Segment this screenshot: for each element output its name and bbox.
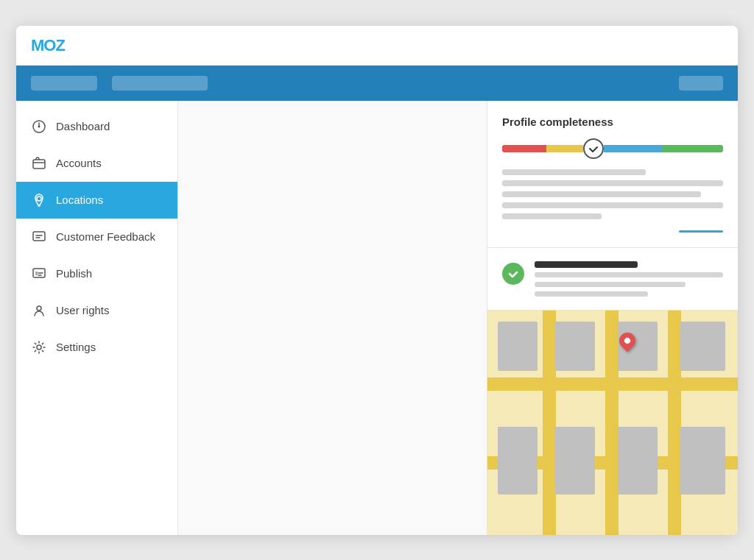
profile-text-lines [502, 169, 723, 233]
moz-logo: MOZ [31, 36, 65, 55]
right-panel: Profile completeness [487, 101, 738, 535]
accounts-label: Accounts [56, 157, 102, 169]
building-7 [618, 427, 658, 495]
sidebar-item-locations[interactable]: Locations [16, 182, 177, 219]
text-line-4 [502, 202, 723, 208]
user-rights-label: User rights [56, 304, 110, 316]
nav-item-1[interactable] [31, 76, 97, 91]
check-sub-1 [535, 272, 723, 277]
sidebar-item-accounts[interactable]: Accounts [16, 145, 177, 182]
check-text-block [535, 261, 723, 297]
svg-point-8 [37, 345, 41, 350]
check-card [487, 248, 738, 311]
accounts-icon [31, 155, 47, 171]
svg-point-4 [37, 205, 41, 207]
progress-green [663, 145, 723, 152]
blue-accent-line [679, 230, 723, 233]
progress-blue [604, 145, 663, 152]
profile-completeness-card: Profile completeness [487, 101, 738, 248]
text-line-2 [502, 180, 723, 186]
customer-feedback-label: Customer Feedback [56, 230, 155, 243]
road-v1 [543, 311, 556, 535]
progress-bar [502, 138, 723, 159]
map-pin [619, 333, 635, 349]
sidebar-item-customer-feedback[interactable]: Customer Feedback [16, 219, 177, 255]
building-6 [555, 427, 595, 495]
publish-label: Publish [56, 267, 92, 280]
building-2 [555, 322, 595, 371]
settings-label: Settings [56, 341, 96, 353]
feedback-icon [31, 229, 47, 245]
check-sub-3 [535, 291, 648, 297]
progress-check [583, 138, 604, 159]
svg-rect-2 [33, 160, 45, 169]
map-card [487, 311, 738, 535]
road-v3 [668, 311, 681, 535]
sidebar-item-publish[interactable]: Publish [16, 255, 177, 292]
building-8 [680, 427, 725, 495]
sidebar: Dashboard Accounts [16, 101, 178, 535]
svg-point-3 [37, 196, 41, 201]
app-window: MOZ Dashboard [16, 26, 738, 535]
title-bar: MOZ [16, 26, 738, 65]
nav-item-2[interactable] [112, 76, 208, 91]
svg-point-7 [37, 306, 41, 311]
pin-head [616, 329, 639, 352]
main-content: Profile completeness [178, 101, 738, 535]
sidebar-item-settings[interactable]: Settings [16, 329, 177, 366]
locations-label: Locations [56, 194, 103, 206]
text-line-1 [502, 169, 646, 175]
check-title-line [535, 261, 638, 268]
sidebar-item-dashboard[interactable]: Dashboard [16, 108, 177, 145]
sidebar-item-user-rights[interactable]: User rights [16, 292, 177, 329]
publish-icon [31, 266, 47, 282]
center-panel [178, 101, 487, 535]
check-sub-2 [535, 282, 686, 287]
nav-item-3[interactable] [679, 76, 723, 91]
text-line-3 [502, 191, 701, 197]
svg-point-1 [38, 125, 40, 127]
dashboard-label: Dashboard [56, 120, 110, 132]
map-background [487, 311, 738, 535]
road-v2 [605, 311, 619, 535]
content-area: Dashboard Accounts [16, 101, 738, 535]
progress-yellow [546, 145, 583, 152]
user-rights-icon [31, 302, 47, 319]
building-1 [498, 322, 538, 371]
profile-completeness-title: Profile completeness [502, 116, 723, 128]
locations-icon [31, 192, 47, 208]
svg-rect-5 [33, 232, 45, 241]
pin-dot [624, 336, 632, 344]
nav-bar [16, 65, 738, 101]
building-5 [498, 427, 538, 495]
green-check-icon [502, 263, 524, 285]
settings-icon [31, 339, 47, 355]
progress-red [502, 145, 546, 152]
building-4 [680, 322, 725, 371]
text-line-5 [502, 213, 602, 219]
dashboard-icon [31, 118, 47, 135]
